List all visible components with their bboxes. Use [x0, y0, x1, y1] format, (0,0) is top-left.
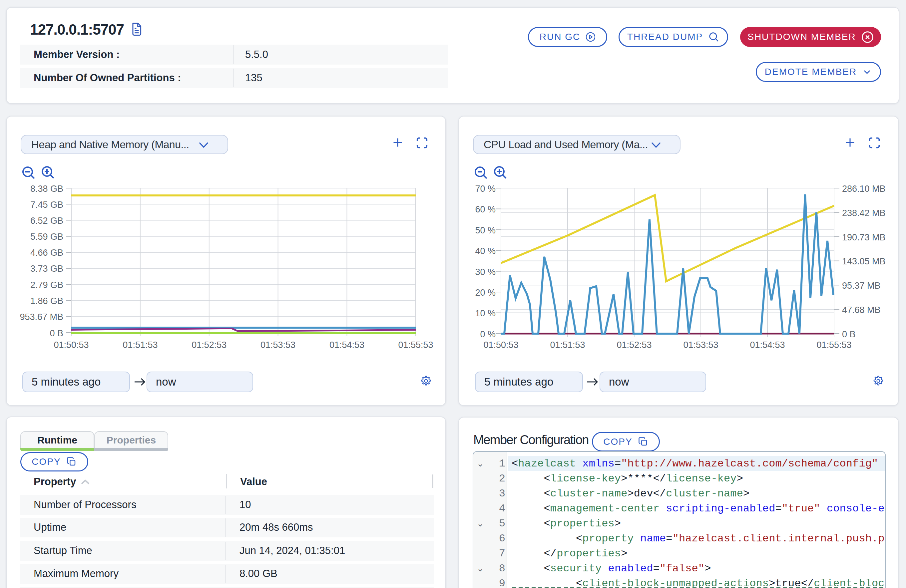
svg-text:70 %: 70 % — [475, 184, 496, 194]
svg-text:4.66 GB: 4.66 GB — [30, 248, 63, 258]
svg-text:01:52:53: 01:52:53 — [617, 340, 652, 350]
svg-text:40 %: 40 % — [475, 246, 496, 256]
svg-text:143.05 MB: 143.05 MB — [842, 257, 886, 266]
svg-text:6.52 GB: 6.52 GB — [30, 216, 63, 226]
svg-text:30 %: 30 % — [475, 267, 496, 277]
svg-text:2.79 GB: 2.79 GB — [30, 280, 63, 290]
svg-text:190.73 MB: 190.73 MB — [842, 233, 886, 242]
svg-text:0 B: 0 B — [49, 328, 63, 338]
svg-text:01:50:53: 01:50:53 — [483, 340, 518, 350]
svg-text:95.37 MB: 95.37 MB — [842, 281, 881, 291]
svg-text:01:54:53: 01:54:53 — [750, 340, 785, 350]
svg-text:60 %: 60 % — [475, 204, 496, 214]
svg-text:01:53:53: 01:53:53 — [683, 340, 718, 350]
svg-text:7.45 GB: 7.45 GB — [30, 200, 63, 210]
svg-text:0 %: 0 % — [480, 329, 496, 339]
svg-text:01:54:53: 01:54:53 — [329, 340, 364, 350]
svg-text:0 B: 0 B — [842, 329, 856, 339]
svg-text:286.10 MB: 286.10 MB — [842, 184, 886, 194]
svg-text:1.86 GB: 1.86 GB — [30, 296, 63, 306]
svg-text:01:50:53: 01:50:53 — [54, 340, 89, 350]
svg-text:47.68 MB: 47.68 MB — [842, 305, 881, 315]
svg-text:01:55:53: 01:55:53 — [398, 340, 433, 350]
svg-text:5.59 GB: 5.59 GB — [30, 232, 63, 242]
svg-text:20 %: 20 % — [475, 288, 496, 298]
svg-text:8.38 GB: 8.38 GB — [30, 184, 63, 194]
svg-text:01:53:53: 01:53:53 — [260, 340, 295, 350]
svg-text:3.73 GB: 3.73 GB — [30, 264, 63, 274]
svg-text:01:55:53: 01:55:53 — [817, 340, 851, 350]
svg-text:10 %: 10 % — [475, 308, 496, 318]
svg-text:01:51:53: 01:51:53 — [123, 340, 158, 350]
svg-text:01:52:53: 01:52:53 — [191, 340, 226, 350]
svg-text:238.42 MB: 238.42 MB — [842, 208, 886, 218]
svg-text:953.67 MB: 953.67 MB — [20, 312, 63, 322]
svg-text:50 %: 50 % — [475, 225, 496, 236]
svg-text:01:51:53: 01:51:53 — [550, 340, 585, 350]
